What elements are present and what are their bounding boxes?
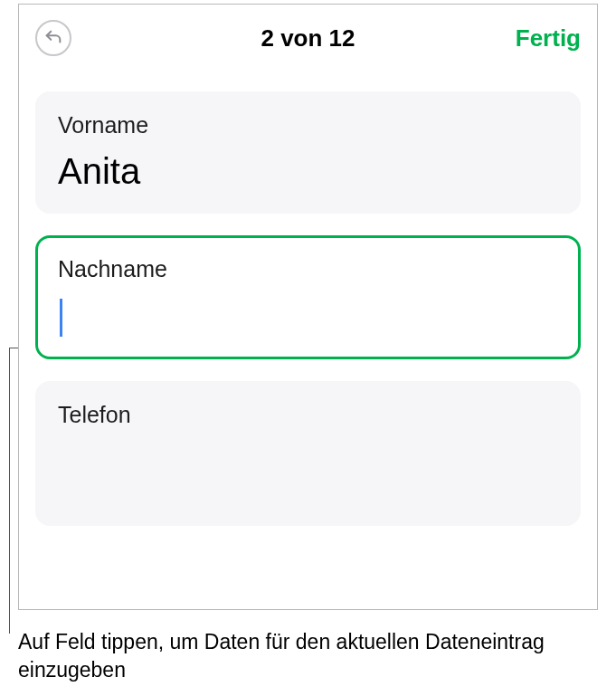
- page-counter: 2 von 12: [261, 24, 355, 52]
- field-value-telefon[interactable]: [58, 441, 558, 481]
- callout-connector-h: [9, 348, 18, 348]
- field-nachname[interactable]: Nachname: [35, 235, 581, 359]
- done-button[interactable]: Fertig: [516, 24, 581, 52]
- form-container: Vorname Anita Nachname Telefon: [19, 72, 597, 526]
- caption-text: Auf Feld tippen, um Daten für den aktuel…: [18, 628, 561, 684]
- field-value-nachname[interactable]: [58, 295, 558, 337]
- device-frame: 2 von 12 Fertig Vorname Anita Nachname T…: [18, 4, 598, 610]
- undo-icon: [43, 28, 63, 48]
- field-telefon[interactable]: Telefon: [35, 381, 581, 526]
- field-value-vorname[interactable]: Anita: [58, 151, 558, 191]
- header: 2 von 12 Fertig: [19, 5, 597, 72]
- field-vorname[interactable]: Vorname Anita: [35, 91, 581, 214]
- callout-connector: [9, 348, 10, 634]
- text-cursor: [60, 299, 62, 337]
- field-label-telefon: Telefon: [58, 402, 558, 428]
- field-label-nachname: Nachname: [58, 256, 558, 282]
- field-label-vorname: Vorname: [58, 112, 558, 138]
- back-button[interactable]: [35, 20, 71, 56]
